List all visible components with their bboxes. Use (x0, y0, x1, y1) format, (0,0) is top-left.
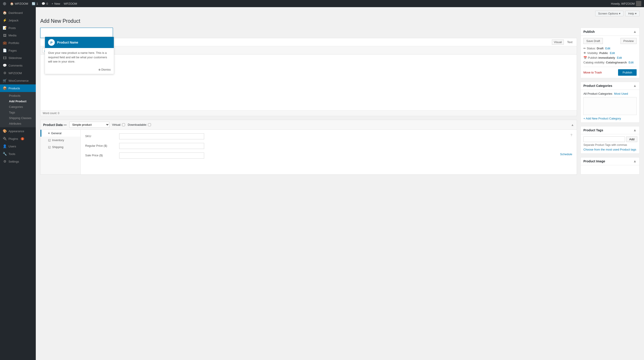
product-tab-general[interactable]: ≡ General (40, 130, 80, 137)
save-draft-button[interactable]: Save Draft (584, 38, 603, 44)
word-count-value: 0 (58, 112, 60, 115)
updates-icon: 🔄 (32, 2, 35, 5)
publish-actions: Save Draft Preview (584, 38, 636, 44)
sidebar-item-settings[interactable]: ⚙ Settings (0, 158, 36, 165)
submenu-item-tags[interactable]: Tags (0, 110, 36, 115)
plugins-badge: 1 (21, 137, 24, 140)
sidebar-item-label: Portfolio (8, 41, 19, 45)
sku-row: SKU ? (85, 133, 572, 139)
product-image-body (581, 165, 639, 174)
status-edit-link[interactable]: Edit (605, 47, 610, 50)
sidebar-item-posts[interactable]: 📝 Posts (0, 24, 36, 32)
product-tab-label: Inventory (52, 139, 64, 142)
site-name-item[interactable]: 🏠 WPZOOM (10, 2, 28, 5)
submenu-item-categories[interactable]: Categories (0, 104, 36, 110)
tags-collapse-btn[interactable]: ▲ (633, 128, 636, 132)
sidebar-item-slideshow[interactable]: 🎞 Slideshow (0, 54, 36, 62)
tags-input-row: Add (584, 137, 636, 142)
sidebar-item-label: Settings (8, 160, 19, 163)
submenu-item-products[interactable]: Products (0, 93, 36, 98)
editor-footer: Word count: 0 (40, 110, 577, 116)
new-item[interactable]: + New (52, 2, 60, 5)
sidebar-item-wpzoom[interactable]: ⚙ WPZOOM (0, 69, 36, 77)
virtual-checkbox[interactable] (122, 123, 125, 126)
choose-tags-link[interactable]: Choose from the most used Product tags (584, 148, 636, 151)
publish-time-row: 📅 Publish immediately Edit (584, 56, 636, 59)
submenu-item-attributes[interactable]: Attributes (0, 121, 36, 126)
catalog-edit-link[interactable]: Edit (628, 61, 634, 64)
admin-bar: ⊕ 🏠 WPZOOM 🔄 1 💬 0 + New WPZOOM Howdy, W… (0, 0, 644, 7)
product-data-header: Product Data — Simple product Grouped pr… (40, 120, 577, 130)
product-data-tabs: ≡ General ◱ Inventory ◱ Shipping (40, 130, 81, 175)
wp-logo-item[interactable]: ⊕ (3, 1, 6, 6)
sidebar-item-users[interactable]: 👤 Users (0, 143, 36, 150)
sku-input[interactable] (119, 133, 204, 139)
product-data-collapse-btn[interactable]: ▲ (571, 123, 574, 127)
sidebar-item-tools[interactable]: 🔧 Tools (0, 150, 36, 158)
tab-visual[interactable]: Visual (552, 39, 564, 45)
cat-tab-most-used[interactable]: Most Used (614, 92, 628, 95)
product-image-collapse-btn[interactable]: ▲ (633, 159, 636, 163)
sidebar-item-woocommerce[interactable]: 🛒 WooCommerce (0, 77, 36, 84)
publish-button[interactable]: Publish (618, 69, 636, 76)
sidebar-item-dashboard[interactable]: 🏠 Dashboard (0, 9, 36, 16)
tooltip-arrow (52, 37, 56, 39)
help-label: Help (628, 12, 634, 15)
header-actions: Screen Options ▾ Help ▾ (40, 11, 640, 16)
product-tab-label: General (51, 132, 62, 135)
comments-item[interactable]: 💬 0 (42, 2, 48, 5)
status-row: ✏ Status: Draft Edit (584, 47, 636, 50)
sidebar-item-comments[interactable]: 💬 Comments (0, 62, 36, 69)
sku-help-icon[interactable]: ? (570, 133, 572, 137)
downloadable-checkbox[interactable] (148, 123, 151, 126)
editor-content[interactable] (40, 54, 577, 110)
appearance-icon: 🎨 (3, 129, 7, 133)
plus-icon: + (52, 2, 53, 5)
product-tab-inventory[interactable]: ◱ Inventory (40, 137, 80, 144)
editor-tabs: Visual Text (40, 38, 577, 46)
sidebar-item-pages[interactable]: 📄 Pages (0, 47, 36, 54)
submenu-item-add-product[interactable]: Add Product (0, 98, 36, 104)
sku-input-wrapper (119, 133, 568, 139)
preview-button[interactable]: Preview (620, 38, 636, 44)
tab-text[interactable]: Text (565, 39, 574, 45)
product-tab-shipping[interactable]: ◱ Shipping (40, 144, 80, 151)
add-tag-button[interactable]: Add (626, 137, 637, 142)
sidebar-item-jetpack[interactable]: ⚡ Jetpack (0, 16, 36, 24)
visibility-label: Visibility: (587, 51, 598, 55)
downloadable-label: Downloadable: (128, 123, 147, 126)
add-category-link[interactable]: + Add New Product Category (584, 117, 621, 120)
site-label-item[interactable]: WPZOOM (64, 2, 77, 5)
sidebar-item-products[interactable]: 📦 Products (0, 84, 36, 92)
regular-price-input[interactable] (119, 143, 204, 149)
tags-box-header: Product Tags ▲ (581, 126, 639, 134)
publish-box: Publish ▲ Save Draft Preview ✏ Status: D… (580, 28, 640, 78)
tags-input[interactable] (584, 137, 625, 142)
cat-tab-all[interactable]: All Product Categories (584, 92, 612, 95)
publish-time-edit-link[interactable]: Edit (617, 56, 622, 59)
sidebar-item-label: Media (8, 34, 16, 37)
updates-item[interactable]: 🔄 1 (32, 2, 38, 5)
sale-price-label: Sale Price ($) (85, 153, 116, 157)
sidebar-item-portfolio[interactable]: 💼 Portfolio (0, 39, 36, 47)
sale-price-input[interactable] (119, 153, 204, 159)
wpzoom-icon: ⚙ (3, 71, 7, 75)
trash-link[interactable]: Move to Trash (584, 71, 602, 74)
product-type-select[interactable]: Simple product Grouped product External/… (69, 122, 109, 128)
editor-area: Visual Text 🔗 ⛓ ☰ (40, 38, 577, 116)
sidebar-item-plugins[interactable]: 🔌 Plugins 1 (0, 135, 36, 143)
submenu-item-shipping-classes[interactable]: Shipping Classes (0, 115, 36, 121)
visibility-row: 👁 Visibility: Public Edit (584, 51, 636, 55)
sidebar-item-appearance[interactable]: 🎨 Appearance (0, 127, 36, 135)
visibility-edit-link[interactable]: Edit (610, 51, 615, 55)
dismiss-link[interactable]: ⊗ Dismiss (98, 68, 111, 71)
publish-collapse-btn[interactable]: ▲ (633, 30, 636, 34)
product-name-container: P Product Name Give your new product a n… (40, 28, 113, 38)
help-button[interactable]: Help ▾ (625, 11, 640, 16)
categories-collapse-btn[interactable]: ▲ (633, 84, 636, 88)
screen-options-button[interactable]: Screen Options ▾ (595, 11, 624, 16)
product-image-box: Product Image ▲ (580, 157, 640, 175)
sidebar-item-media[interactable]: 🖼 Media (0, 32, 36, 39)
schedule-link[interactable]: Schedule (560, 153, 572, 156)
product-image-header: Product Image ▲ (581, 158, 639, 165)
